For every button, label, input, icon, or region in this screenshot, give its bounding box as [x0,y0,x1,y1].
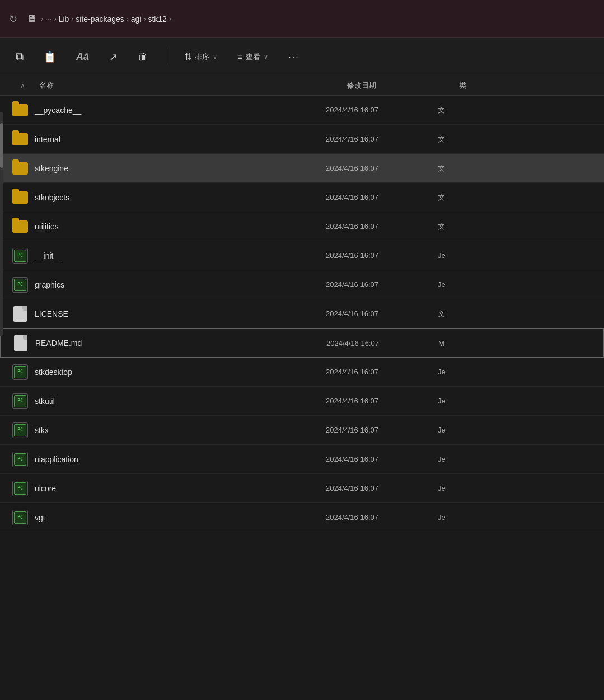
file-type: Je [438,426,446,434]
file-row[interactable]: PC__init__2024/4/16 16:07Je [0,241,604,270]
toolbar-divider [166,48,166,66]
file-icon-file [11,306,29,322]
file-icon-folder [11,102,29,118]
refresh-button[interactable]: ↻ [9,13,17,25]
file-icon-folder [11,190,29,205]
file-row[interactable]: utilities2024/4/16 16:07文 [0,212,604,241]
file-date: 2024/4/16 16:07 [326,455,438,463]
file-icon-file [12,335,30,351]
scroll-indicator [0,112,3,336]
file-type: Je [438,484,446,492]
file-type: Je [438,455,446,463]
file-icon-folder [11,161,29,176]
file-row[interactable]: PCuicore2024/4/16 16:07Je [0,474,604,503]
view-button[interactable]: ≡ 查看 ∨ [233,49,273,65]
column-headers: ∧ 名称 修改日期 类 [0,76,604,96]
sort-collapse-icon[interactable]: ∧ [20,82,25,90]
file-name: README.md [35,339,326,347]
file-name: internal [35,135,326,144]
view-icon: ≡ [237,52,242,62]
breadcrumb-separator: › [71,15,73,23]
paste-button[interactable]: 📋 [39,48,60,67]
file-row[interactable]: internal2024/4/16 16:07文 [0,125,604,154]
sort-label: 排序 [195,52,209,62]
more-button[interactable]: ··· [284,49,303,65]
file-list: __pycache__2024/4/16 16:07文internal2024/… [0,96,604,532]
file-row[interactable]: stkengine2024/4/16 16:07文 [0,154,604,183]
file-type: Je [438,280,446,289]
breadcrumb: › ··· › Lib › site-packages › agi › stk1… [41,15,171,24]
copy-button[interactable]: ⧉ [11,47,28,67]
file-icon-python: PC [11,277,29,293]
file-name: stkx [35,426,326,435]
col-header-date[interactable]: 修改日期 [347,81,459,91]
file-row[interactable]: LICENSE2024/4/16 16:07文 [0,299,604,328]
file-date: 2024/4/16 16:07 [326,164,438,172]
file-type: 文 [438,134,445,144]
file-type: 文 [438,163,445,173]
file-icon-python: PC [11,481,29,496]
rename-button[interactable]: Aá [72,48,93,66]
file-type: M [438,339,444,347]
copy-icon: ⧉ [16,50,24,63]
breadcrumb-stk12[interactable]: stk12 [148,15,166,24]
view-chevron: ∨ [264,53,268,60]
file-icon-python: PC [11,364,29,380]
breadcrumb-agi[interactable]: agi [131,15,142,24]
scroll-thumb[interactable] [0,123,3,168]
file-date: 2024/4/16 16:07 [326,426,438,434]
file-name: vgt [35,513,326,522]
file-date: 2024/4/16 16:07 [326,513,438,522]
file-name: uicore [35,484,326,493]
file-row[interactable]: PCvgt2024/4/16 16:07Je [0,503,604,532]
file-type: 文 [438,309,445,319]
share-button[interactable]: ↗ [105,48,122,67]
file-row[interactable]: __pycache__2024/4/16 16:07文 [0,96,604,125]
breadcrumb-separator: › [169,15,171,23]
share-icon: ↗ [109,51,118,63]
breadcrumb-separator: › [143,15,146,23]
file-type: Je [438,513,446,522]
file-type: Je [438,368,446,376]
breadcrumb-site-packages[interactable]: site-packages [76,15,124,24]
breadcrumb-dots: ··· [45,15,52,24]
file-name: LICENSE [35,309,326,318]
file-date: 2024/4/16 16:07 [326,484,438,492]
file-row[interactable]: PCstkdesktop2024/4/16 16:07Je [0,358,604,387]
file-name: __init__ [35,251,326,260]
file-type: 文 [438,192,445,203]
more-icon: ··· [288,52,299,62]
file-icon-python: PC [11,248,29,264]
file-name: uiapplication [35,455,326,464]
delete-button[interactable]: 🗑 [133,48,152,66]
sort-button[interactable]: ⇅ 排序 ∨ [180,48,222,65]
view-label: 查看 [246,52,260,62]
rename-icon: Aá [76,51,89,63]
file-icon-folder [11,219,29,234]
breadcrumb-lib[interactable]: Lib [59,15,69,24]
file-row[interactable]: README.md2024/4/16 16:07M [0,328,604,358]
file-row[interactable]: PCgraphics2024/4/16 16:07Je [0,270,604,299]
sort-icon: ⇅ [184,51,191,62]
file-type: Je [438,397,446,405]
monitor-icon: 🖥 [26,13,36,25]
file-date: 2024/4/16 16:07 [326,222,438,231]
file-name: __pycache__ [35,106,326,115]
col-header-name[interactable]: 名称 [34,81,347,91]
file-row[interactable]: stkobjects2024/4/16 16:07文 [0,183,604,212]
breadcrumb-separator: › [41,15,43,23]
file-row[interactable]: PCstkx2024/4/16 16:07Je [0,416,604,445]
file-row[interactable]: PCuiapplication2024/4/16 16:07Je [0,445,604,474]
file-name: stkdesktop [35,368,326,377]
file-date: 2024/4/16 16:07 [326,280,438,289]
col-header-type[interactable]: 类 [459,81,504,91]
file-date: 2024/4/16 16:07 [326,397,438,405]
breadcrumb-separator: › [127,15,129,23]
file-icon-python: PC [11,422,29,438]
paste-icon: 📋 [44,51,56,63]
file-date: 2024/4/16 16:07 [326,193,438,201]
file-name: utilities [35,222,326,231]
file-type: Je [438,251,446,260]
file-row[interactable]: PCstkutil2024/4/16 16:07Je [0,387,604,416]
file-name: stkobjects [35,193,326,202]
